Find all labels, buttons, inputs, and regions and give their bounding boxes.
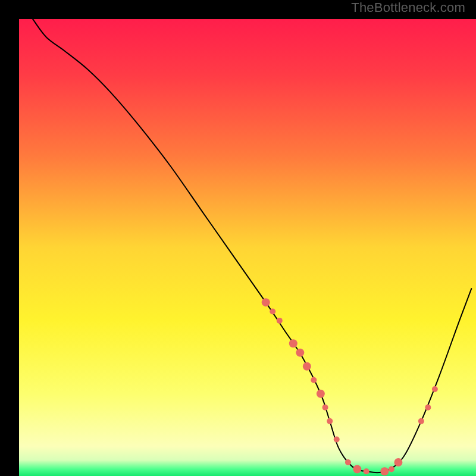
curve-marker	[418, 418, 424, 424]
watermark-text: TheBottleneck.com	[351, 0, 465, 15]
curve-marker	[317, 390, 325, 398]
curve-marker	[303, 362, 311, 371]
curve-marker	[364, 468, 369, 474]
curve-marker	[389, 466, 394, 472]
chart-frame	[10, 10, 466, 466]
bottleneck-chart	[19, 19, 476, 476]
curve-marker	[327, 418, 333, 424]
curve-marker	[425, 405, 431, 411]
curve-marker	[262, 298, 270, 306]
curve-marker	[380, 467, 389, 475]
gradient-background	[19, 19, 476, 476]
curve-marker	[270, 309, 275, 315]
curve-marker	[394, 458, 402, 466]
curve-marker	[296, 349, 304, 357]
curve-marker	[289, 339, 298, 347]
curve-marker	[334, 437, 340, 443]
curve-marker	[277, 318, 283, 324]
curve-marker	[345, 459, 351, 465]
curve-marker	[311, 377, 317, 383]
curve-marker	[432, 386, 438, 392]
curve-marker	[322, 405, 328, 411]
curve-marker	[353, 465, 361, 473]
